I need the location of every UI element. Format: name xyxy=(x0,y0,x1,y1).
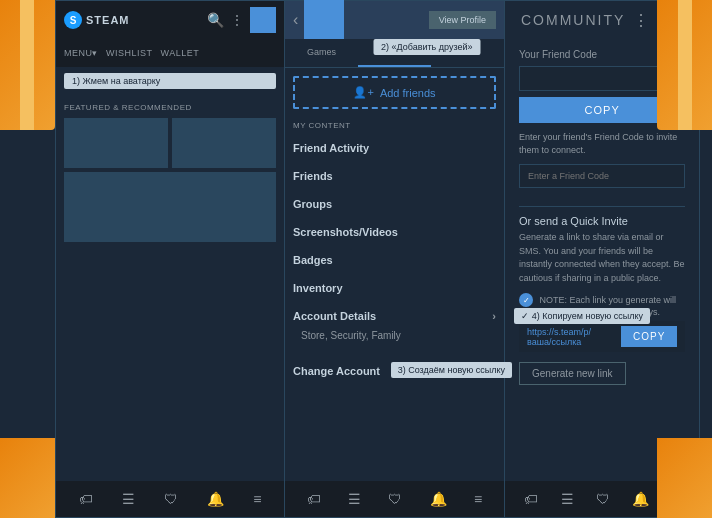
left-bottom-bar: 🏷 ☰ 🛡 🔔 ≡ xyxy=(56,481,284,517)
gift-decoration-right xyxy=(657,0,712,130)
link-row-container: https://s.team/p/ваша/ссылка COPY xyxy=(519,321,685,352)
gift-decoration-left xyxy=(0,0,55,130)
left-panel: S STEAM 🔍 ⋮ MENU▾ WISHLIST WALLET 1) Жме… xyxy=(55,0,285,518)
check-callout-icon: ✓ xyxy=(521,311,532,321)
middle-bottom-bar: 🏷 ☰ 🛡 🔔 ≡ xyxy=(285,481,504,517)
featured-img-large xyxy=(64,172,276,242)
menu-friend-activity[interactable]: Friend Activity xyxy=(285,134,504,162)
avatar[interactable] xyxy=(250,7,276,33)
callout-3: 3) Создаём новую ссылку xyxy=(391,362,512,378)
enter-friend-code-input[interactable] xyxy=(519,164,685,188)
add-friends-icon: 👤+ xyxy=(353,86,373,99)
menu-account-details[interactable]: Account Details › Store, Security, Famil… xyxy=(285,302,504,357)
link-text: https://s.team/p/ваша/ссылка xyxy=(527,327,615,347)
helper-text: Enter your friend's Friend Code to invit… xyxy=(519,131,685,156)
menu-screenshots[interactable]: Screenshots/Videos xyxy=(285,218,504,246)
featured-images xyxy=(64,118,276,242)
generate-new-link-button[interactable]: Generate new link xyxy=(519,362,626,385)
featured-img-2 xyxy=(172,118,276,168)
account-sub: Store, Security, Family xyxy=(293,322,496,349)
quick-invite-text: Generate a link to share via email or SM… xyxy=(519,231,685,285)
featured-label: FEATURED & RECOMMENDED xyxy=(64,103,276,112)
tag-icon[interactable]: 🏷 xyxy=(79,491,93,507)
menu-icon[interactable]: ≡ xyxy=(253,491,261,507)
menu-badges[interactable]: Badges xyxy=(285,246,504,274)
middle-panel: 2) «Добавить друзей» ‹ View Profile Game… xyxy=(285,0,505,518)
view-profile-button[interactable]: View Profile xyxy=(429,11,496,29)
left-content: FEATURED & RECOMMENDED xyxy=(56,95,284,481)
search-icon[interactable]: 🔍 xyxy=(207,12,224,28)
bell-icon-mid[interactable]: 🔔 xyxy=(430,491,447,507)
callout-4: ✓ 4) Копируем новую ссылку xyxy=(514,308,650,324)
nav-wishlist[interactable]: WISHLIST xyxy=(106,48,153,58)
steam-nav: MENU▾ WISHLIST WALLET xyxy=(56,39,284,67)
steam-header: S STEAM 🔍 ⋮ xyxy=(56,1,284,39)
back-button[interactable]: ‹ xyxy=(293,11,298,29)
steam-logo: S STEAM xyxy=(64,11,130,29)
menu-groups[interactable]: Groups xyxy=(285,190,504,218)
check-icon: ✓ xyxy=(519,293,533,307)
shield-icon-mid[interactable]: 🛡 xyxy=(388,491,402,507)
menu-icon-mid[interactable]: ≡ xyxy=(474,491,482,507)
steam-icon: S xyxy=(64,11,82,29)
shield-icon[interactable]: 🛡 xyxy=(164,491,178,507)
middle-header: ‹ View Profile xyxy=(285,1,504,39)
nav-wallet[interactable]: WALLET xyxy=(161,48,200,58)
list-icon-mid[interactable]: ☰ xyxy=(348,491,361,507)
arrow-icon: › xyxy=(492,310,496,322)
bell-icon-right[interactable]: 🔔 xyxy=(632,491,649,507)
shield-icon-right[interactable]: 🛡 xyxy=(596,491,610,507)
nav-menu[interactable]: MENU▾ xyxy=(64,48,98,58)
tag-icon-mid[interactable]: 🏷 xyxy=(307,491,321,507)
quick-invite-title: Or send a Quick Invite xyxy=(519,215,685,227)
menu-inventory[interactable]: Inventory xyxy=(285,274,504,302)
tooltip-1: 1) Жмем на аватарку xyxy=(64,73,276,89)
featured-img-1 xyxy=(64,118,168,168)
gift-decoration-bottom-left xyxy=(0,438,55,518)
add-friends-label: Add friends xyxy=(380,87,436,99)
list-icon-right[interactable]: ☰ xyxy=(561,491,574,507)
bell-icon[interactable]: 🔔 xyxy=(207,491,224,507)
main-container: S STEAM 🔍 ⋮ MENU▾ WISHLIST WALLET 1) Жме… xyxy=(55,0,657,518)
link-row: https://s.team/p/ваша/ссылка COPY xyxy=(519,321,685,352)
add-friends-button[interactable]: 👤+ Add friends xyxy=(293,76,496,109)
copy-link-button[interactable]: COPY xyxy=(621,326,677,347)
gift-decoration-bottom-right xyxy=(657,438,712,518)
community-more-icon[interactable]: ⋮ xyxy=(633,11,649,30)
community-title: COMMUNITY xyxy=(521,12,625,28)
panels-row: S STEAM 🔍 ⋮ MENU▾ WISHLIST WALLET 1) Жме… xyxy=(55,0,657,518)
list-icon[interactable]: ☰ xyxy=(122,491,135,507)
tooltip-2: 2) «Добавить друзей» xyxy=(373,39,481,55)
menu-friends[interactable]: Friends xyxy=(285,162,504,190)
my-content-label: MY CONTENT xyxy=(285,117,504,134)
steam-label: STEAM xyxy=(86,14,130,26)
divider xyxy=(519,206,685,207)
more-options-icon[interactable]: ⋮ xyxy=(230,12,244,28)
profile-avatar[interactable] xyxy=(304,0,344,40)
tag-icon-right[interactable]: 🏷 xyxy=(524,491,538,507)
tab-games[interactable]: Games xyxy=(285,39,358,67)
